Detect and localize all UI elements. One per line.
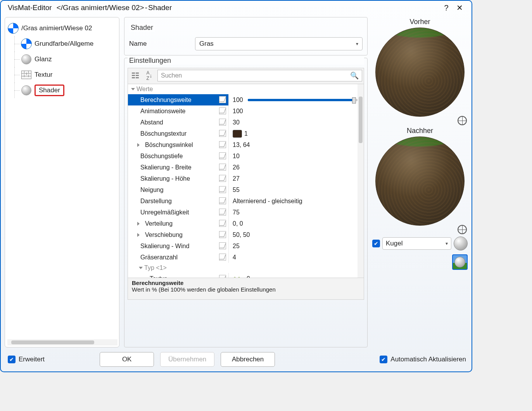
- collapse-icon: [131, 88, 135, 90]
- shader-group: Shader Name Gras ▾: [124, 17, 368, 55]
- property-value: 0, 0: [233, 220, 243, 227]
- property-value: 1: [244, 130, 248, 137]
- pin-icon[interactable]: [219, 96, 226, 103]
- before-label: Vorher: [409, 18, 430, 26]
- property-name: Böschungstiefe: [140, 153, 183, 160]
- property-name: Neigung: [140, 187, 164, 193]
- property-value: 27: [233, 175, 240, 182]
- property-value: 30: [233, 119, 240, 126]
- property-value: 55: [233, 187, 240, 193]
- property-row[interactable]: Skalierung - Wind25: [128, 240, 358, 252]
- tree-h-scrollbar[interactable]: [7, 339, 117, 345]
- auto-update-checkbox[interactable]: ✔: [380, 356, 387, 363]
- property-row[interactable]: Böschungstiefe10: [128, 150, 358, 162]
- property-value: Alternierend - gleichseitig: [233, 198, 302, 205]
- property-row[interactable]: Skalierung - Höhe27: [128, 173, 358, 184]
- property-row[interactable]: Berechnungsweite100: [128, 94, 358, 105]
- property-row[interactable]: Verteilung0, 0: [128, 218, 358, 229]
- property-row[interactable]: Böschungstextur1: [128, 128, 358, 139]
- shader-name-select[interactable]: Gras ▾: [195, 37, 363, 50]
- pin-icon[interactable]: [219, 220, 226, 227]
- property-value: 13, 64: [233, 142, 250, 149]
- pin-icon[interactable]: [219, 141, 226, 148]
- svg-rect-4: [136, 75, 139, 76]
- svg-rect-3: [136, 73, 139, 74]
- property-name: Animationsweite: [140, 108, 186, 115]
- pin-icon[interactable]: [219, 275, 226, 278]
- property-row[interactable]: Böschungswinkel13, 64: [128, 139, 358, 150]
- pin-icon[interactable]: [219, 119, 226, 126]
- property-row[interactable]: Verschiebung50, 50: [128, 229, 358, 240]
- chevron-down-icon: ▾: [356, 41, 358, 47]
- preview-panel: Vorher Nachher ✔ Kugel ▾: [372, 17, 468, 347]
- grid-subcategory[interactable]: Typ <1>: [128, 263, 358, 273]
- auto-update-label: Automatisch Aktualisieren: [390, 356, 466, 363]
- pin-icon[interactable]: [219, 175, 226, 182]
- pin-icon[interactable]: [219, 231, 226, 238]
- property-row[interactable]: Neigung55: [128, 184, 358, 195]
- sphere-icon[interactable]: [454, 237, 468, 250]
- titlebar: VisMat-Editor </Gras animiert/Wiese 02> …: [1, 1, 472, 16]
- property-value: 4: [233, 254, 236, 261]
- pin-icon[interactable]: [219, 164, 226, 171]
- tree-item-glanz[interactable]: Glanz: [7, 52, 117, 67]
- sphere-gray-icon: [21, 54, 31, 64]
- pin-icon[interactable]: [219, 254, 226, 261]
- pin-icon[interactable]: [219, 197, 226, 204]
- preview-shape-select[interactable]: Kugel ▾: [382, 237, 451, 250]
- expand-icon[interactable]: [137, 222, 140, 226]
- advanced-label: Erweitert: [19, 356, 45, 363]
- expand-icon[interactable]: [137, 233, 140, 237]
- pin-icon[interactable]: [219, 152, 226, 159]
- texture-swatch[interactable]: [233, 130, 242, 138]
- svg-rect-1: [132, 75, 135, 76]
- expand-icon[interactable]: [137, 143, 140, 147]
- value-slider[interactable]: [248, 99, 358, 101]
- property-value: 100: [233, 97, 243, 104]
- categorize-icon[interactable]: [130, 70, 141, 81]
- preview-background-toggle[interactable]: [452, 254, 468, 270]
- sort-az-icon[interactable]: AZ↓: [143, 70, 155, 81]
- property-name: Böschungstextur: [140, 130, 187, 137]
- footer: ✔ Erweitert OK Übernehmen Abbrechen ✔ Au…: [1, 349, 472, 371]
- globe-icon[interactable]: [458, 116, 467, 125]
- group-title-shader: Shader: [129, 24, 155, 32]
- globe-icon[interactable]: [458, 225, 467, 234]
- property-row[interactable]: Skalierung - Breite26: [128, 162, 358, 173]
- advanced-checkbox[interactable]: ✔: [8, 356, 16, 363]
- property-row[interactable]: Animationsweite100: [128, 105, 358, 117]
- property-row[interactable]: Unregelmäßigkeit75: [128, 207, 358, 218]
- settings-search-input[interactable]: Suchen 🔍: [157, 70, 362, 81]
- pin-icon[interactable]: [219, 107, 226, 114]
- tree-root[interactable]: /Gras animiert/Wiese 02: [7, 21, 117, 36]
- tree-item-shader[interactable]: Shader: [7, 83, 117, 98]
- close-button[interactable]: ✕: [453, 3, 466, 12]
- tree-item-grundfarbe[interactable]: Grundfarbe/Allgeme: [7, 36, 117, 52]
- pin-icon[interactable]: [219, 186, 226, 193]
- property-description: Berechnungsweite Wert in % (Bei 100% wer…: [128, 278, 364, 300]
- settings-group: Einstellungen AZ↓ Suchen 🔍: [124, 58, 368, 347]
- property-row[interactable]: Textur⚘⚘0: [128, 273, 358, 278]
- property-value: 75: [233, 209, 240, 216]
- property-value: 25: [233, 243, 240, 250]
- after-label: Nachher: [407, 127, 433, 135]
- property-row[interactable]: Abstand30: [128, 117, 358, 128]
- property-name: Abstand: [140, 119, 163, 126]
- app-title: VisMat-Editor: [8, 3, 52, 12]
- ok-button[interactable]: OK: [100, 352, 154, 367]
- pin-icon[interactable]: [219, 209, 226, 216]
- property-row[interactable]: Gräseranzahl4: [128, 252, 358, 263]
- cancel-button[interactable]: Abbrechen: [221, 352, 275, 367]
- grid-v-scrollbar[interactable]: [358, 84, 364, 278]
- group-title-settings: Einstellungen: [128, 57, 364, 65]
- help-button[interactable]: ?: [440, 3, 453, 12]
- svg-rect-0: [132, 73, 135, 74]
- shape-checkbox[interactable]: ✔: [372, 240, 380, 247]
- tree-item-textur[interactable]: Textur: [7, 67, 117, 83]
- pin-icon[interactable]: [219, 130, 226, 137]
- property-grid[interactable]: WerteBerechnungsweite100Animationsweite1…: [128, 84, 358, 278]
- property-name: Darstellung: [140, 198, 172, 205]
- pin-icon[interactable]: [219, 242, 226, 249]
- grid-category[interactable]: Werte: [128, 84, 358, 94]
- property-row[interactable]: DarstellungAlternierend - gleichseitig: [128, 195, 358, 207]
